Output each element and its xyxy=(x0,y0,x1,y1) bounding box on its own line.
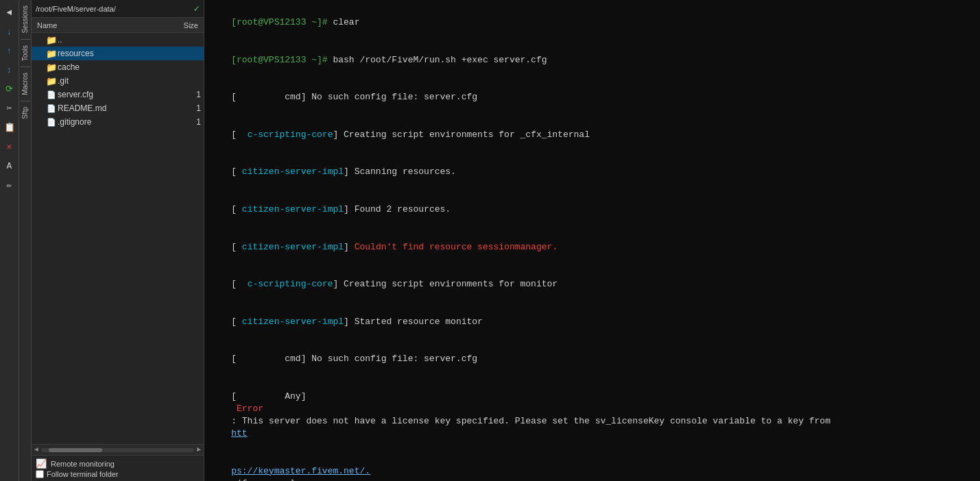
edit-icon[interactable]: A xyxy=(1,158,18,174)
list-item[interactable]: 📁 cache xyxy=(32,60,204,74)
tools-tab[interactable]: Tools xyxy=(21,42,29,64)
header-size: Size xyxy=(180,21,201,29)
term-line-9: [ citizen-server-impl] Started resource … xyxy=(210,304,975,341)
scroll-right-btn[interactable]: ► xyxy=(197,446,201,454)
upload-icon[interactable]: ↑ xyxy=(1,42,18,59)
term-cmd: clear xyxy=(328,17,360,27)
path-text: /root/FiveM/server-data/ xyxy=(36,5,191,13)
divider2 xyxy=(21,66,30,67)
list-item[interactable]: 📄 server.cfg 1 xyxy=(32,88,204,101)
path-bar: /root/FiveM/server-data/ ✓ xyxy=(32,0,204,18)
scrollbar-area: ◄ ► xyxy=(32,444,204,455)
list-item[interactable]: 📄 .gitignore 1 xyxy=(32,115,204,129)
file-name: resources xyxy=(58,49,180,58)
file-icon: 📄 xyxy=(45,90,58,99)
remote-monitoring-btn[interactable]: 📈 Remote monitoring xyxy=(36,458,200,469)
panel-tabs: Sessions Tools Macros Sftp xyxy=(19,0,32,481)
file-list-header: Name Size xyxy=(32,18,204,33)
term-line-3: [ cmd] No such config file: server.cfg xyxy=(210,79,975,116)
term-line-12: ps://keymaster.fivem.net/. (for example,… xyxy=(210,453,975,481)
file-name: cache xyxy=(58,62,180,72)
refresh-icon[interactable]: ⟳ xyxy=(1,81,18,97)
list-item[interactable]: 📄 README.md 1 xyxy=(32,101,204,115)
remote-monitoring-label: Remote monitoring xyxy=(51,460,115,468)
scrollbar-track[interactable] xyxy=(41,448,194,452)
path-check-icon: ✓ xyxy=(194,3,200,14)
chart-icon: 📈 xyxy=(36,458,47,469)
file-icon: 📄 xyxy=(45,118,58,127)
cut-icon[interactable]: ✂ xyxy=(1,100,18,116)
left-sidebar: ◄ ↓ ↑ ↕ ⟳ ✂ 📋 ✕ A ✏ xyxy=(0,0,19,481)
divider xyxy=(21,39,30,40)
file-list: 📁 .. 📁 resources 📁 cache 📁 .git xyxy=(32,33,204,444)
file-name: .. xyxy=(58,35,180,45)
file-panel: /root/FiveM/server-data/ ✓ Name Size 📁 .… xyxy=(32,0,204,481)
file-name: server.cfg xyxy=(58,90,180,99)
header-name: Name xyxy=(34,21,180,29)
term-line-7: [ citizen-server-impl] Couldn't find res… xyxy=(210,228,975,266)
term-prompt: [root@VPS12133 ~]# xyxy=(231,55,327,65)
file-size: 1 xyxy=(180,90,201,99)
file-name: .git xyxy=(58,76,180,86)
folder-icon: 📁 xyxy=(45,76,58,86)
term-line-4: [ c-scripting-core] Creating script envi… xyxy=(210,116,975,154)
follow-folder-label: Follow terminal folder xyxy=(47,470,119,478)
term-line-6: [ citizen-server-impl] Found 2 resources… xyxy=(210,191,975,229)
sftp-tab[interactable]: Sftp xyxy=(21,104,29,122)
term-prompt: [root@VPS12133 ~]# xyxy=(231,17,327,27)
term-cmd: bash /root/FiveM/run.sh +exec server.cfg xyxy=(328,55,547,65)
file-size: 1 xyxy=(180,103,201,113)
file-icon: 📄 xyxy=(45,104,58,113)
scrollbar-thumb xyxy=(49,448,102,452)
term-line-8: [ c-scripting-core] Creating script envi… xyxy=(210,266,975,304)
follow-folder-option[interactable]: Follow terminal folder xyxy=(36,470,200,478)
file-name: README.md xyxy=(58,103,180,113)
scroll-left-btn[interactable]: ◄ xyxy=(34,446,38,454)
file-size: 1 xyxy=(180,117,201,127)
term-line-2: [root@VPS12133 ~]# bash /root/FiveM/run.… xyxy=(210,42,975,79)
macros-tab[interactable]: Macros xyxy=(21,70,29,98)
back-arrow-icon[interactable]: ◄ xyxy=(1,4,18,21)
sync-icon[interactable]: ↕ xyxy=(1,62,18,78)
delete-icon[interactable]: ✕ xyxy=(1,138,18,155)
term-line-1: [root@VPS12133 ~]# clear xyxy=(210,4,975,42)
download-icon[interactable]: ↓ xyxy=(1,23,18,40)
term-line-5: [ citizen-server-impl] Scanning resource… xyxy=(210,153,975,191)
divider3 xyxy=(21,101,30,101)
link-1[interactable]: htt xyxy=(231,428,247,439)
folder-icon: 📁 xyxy=(45,62,58,73)
list-item[interactable]: 📁 resources xyxy=(32,47,204,60)
link-2[interactable]: ps://keymaster.fivem.net/. xyxy=(231,466,370,476)
folder-icon: 📁 xyxy=(45,49,58,59)
term-line-11: [ Any] Error : This server does not have… xyxy=(210,378,975,453)
list-item[interactable]: 📁 .git xyxy=(32,74,204,88)
follow-folder-checkbox[interactable] xyxy=(36,470,44,478)
sessions-tab[interactable]: Sessions xyxy=(21,3,29,36)
file-name: .gitignore xyxy=(58,117,180,127)
folder-icon: 📁 xyxy=(45,35,58,45)
file-panel-footer: 📈 Remote monitoring Follow terminal fold… xyxy=(32,455,204,481)
pencil-icon[interactable]: ✏ xyxy=(1,177,18,193)
copy-icon[interactable]: 📋 xyxy=(1,119,18,136)
terminal-panel[interactable]: [root@VPS12133 ~]# clear [root@VPS12133 … xyxy=(204,0,980,481)
list-item[interactable]: 📁 .. xyxy=(32,33,204,47)
term-line-10: [ cmd] No such config file: server.cfg xyxy=(210,341,975,378)
